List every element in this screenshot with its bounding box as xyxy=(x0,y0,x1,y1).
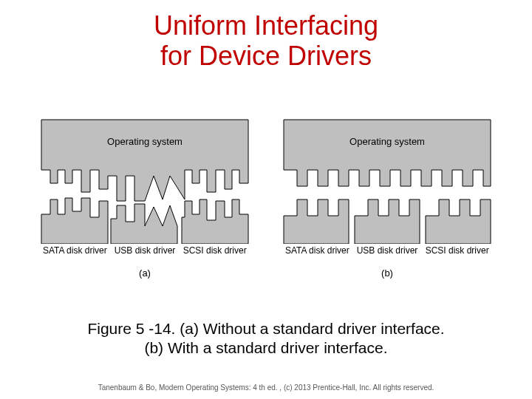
page-title: Uniform Interfacing for Device Drivers xyxy=(0,10,532,72)
title-line2: for Device Drivers xyxy=(160,41,372,71)
label-usb-a: USB disk driver xyxy=(110,245,180,256)
label-usb-b: USB disk driver xyxy=(352,245,423,256)
panel-b: Operating system SATA disk driver USB di… xyxy=(282,118,492,279)
label-scsi-b: SCSI disk driver xyxy=(422,245,492,256)
figure-panels: Operating system SATA disk driver USB di… xyxy=(40,118,492,279)
diagram-a: Operating system xyxy=(40,118,250,244)
panel-a: Operating system SATA disk driver USB di… xyxy=(40,118,250,279)
panel-a-label: (a) xyxy=(40,267,250,279)
credit-line: Tanenbaum & Bo, Modern Operating Systems… xyxy=(0,383,532,392)
label-sata-b: SATA disk driver xyxy=(282,245,352,256)
driver-labels-b: SATA disk driver USB disk driver SCSI di… xyxy=(282,245,492,256)
diagram-b: Operating system xyxy=(282,118,492,244)
label-sata-a: SATA disk driver xyxy=(40,245,110,256)
driver-labels-a: SATA disk driver USB disk driver SCSI di… xyxy=(40,245,250,256)
panel-b-label: (b) xyxy=(282,267,492,279)
figure: Operating system SATA disk driver USB di… xyxy=(40,118,492,279)
label-scsi-a: SCSI disk driver xyxy=(180,245,250,256)
caption-line2: (b) With a standard driver interface. xyxy=(144,339,387,356)
os-label-b: Operating system xyxy=(349,136,425,147)
title-line1: Uniform Interfacing xyxy=(154,10,378,41)
figure-caption: Figure 5 -14. (a) Without a standard dri… xyxy=(0,319,532,358)
caption-line1: Figure 5 -14. (a) Without a standard dri… xyxy=(87,320,444,337)
os-label-a: Operating system xyxy=(107,136,183,147)
